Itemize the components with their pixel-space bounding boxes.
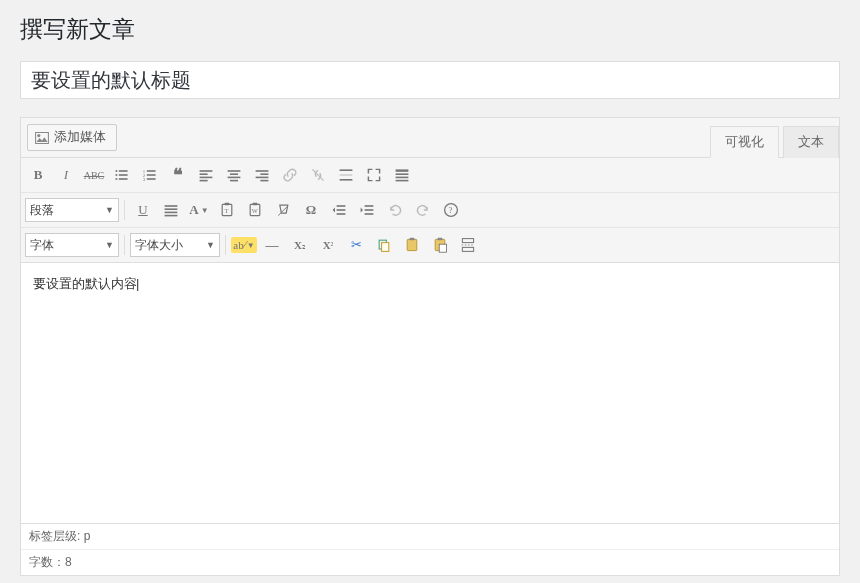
svg-rect-34	[165, 208, 178, 210]
align-justify-button[interactable]	[158, 197, 184, 223]
svg-rect-6	[119, 178, 128, 180]
svg-rect-10	[147, 170, 156, 172]
svg-rect-30	[396, 173, 409, 175]
status-path-label: 标签层级:	[29, 529, 80, 543]
page-title: 撰写新文章	[20, 10, 840, 49]
svg-text:W: W	[252, 207, 259, 214]
svg-rect-22	[260, 173, 268, 175]
svg-rect-24	[260, 180, 268, 182]
svg-point-3	[115, 178, 117, 180]
tab-visual[interactable]: 可视化	[710, 126, 779, 158]
svg-rect-33	[165, 205, 178, 207]
svg-rect-21	[256, 170, 269, 172]
svg-rect-4	[119, 170, 128, 172]
superscript-button[interactable]: X²	[315, 232, 341, 258]
subscript-button[interactable]: X₂	[287, 232, 313, 258]
svg-rect-26	[340, 169, 353, 171]
svg-rect-60	[462, 247, 473, 251]
svg-rect-31	[396, 177, 409, 179]
align-right-button[interactable]	[249, 162, 275, 188]
font-size-select[interactable]: 字体大小▼	[130, 233, 220, 257]
tab-text[interactable]: 文本	[783, 126, 839, 158]
font-family-select[interactable]: 字体▼	[25, 233, 119, 257]
editor-status-bar: 标签层级: p 字数：8	[21, 523, 839, 575]
indent-button[interactable]	[354, 197, 380, 223]
post-title-input[interactable]	[20, 61, 840, 99]
status-words-label: 字数：	[29, 555, 65, 569]
add-media-button[interactable]: 添加媒体	[27, 124, 117, 151]
svg-rect-18	[230, 173, 238, 175]
svg-rect-38	[225, 203, 230, 205]
page-break-button[interactable]	[455, 232, 481, 258]
post-title-wrapper	[20, 61, 840, 99]
bold-button[interactable]: B	[25, 162, 51, 188]
svg-rect-17	[228, 170, 241, 172]
separator	[124, 200, 125, 220]
svg-point-0	[37, 134, 40, 137]
redo-button[interactable]	[410, 197, 436, 223]
paste-button[interactable]	[399, 232, 425, 258]
unlink-button[interactable]	[305, 162, 331, 188]
editor-content[interactable]: 要设置的默认内容	[21, 263, 839, 523]
cut-button[interactable]: ✂	[343, 232, 369, 258]
svg-rect-59	[462, 239, 473, 243]
paste-plaintext-button[interactable]	[427, 232, 453, 258]
svg-rect-48	[365, 209, 374, 211]
fullscreen-button[interactable]	[361, 162, 387, 188]
separator	[124, 235, 125, 255]
separator	[225, 235, 226, 255]
copy-button[interactable]	[371, 232, 397, 258]
svg-rect-27	[340, 174, 353, 176]
svg-text:T: T	[225, 207, 229, 214]
paste-text-button[interactable]: T	[214, 197, 240, 223]
toolbar-row-2: 段落▼ U A▼ T W Ω ?	[21, 193, 839, 228]
paragraph-select[interactable]: 段落▼	[25, 198, 119, 222]
svg-rect-58	[439, 244, 446, 252]
svg-rect-28	[340, 179, 353, 181]
status-words-row: 字数：8	[21, 550, 839, 575]
svg-point-1	[115, 170, 117, 172]
svg-rect-5	[119, 174, 128, 176]
highlight-color-button[interactable]: ab⁄▼	[231, 232, 257, 258]
toolbar-toggle-button[interactable]	[389, 162, 415, 188]
undo-button[interactable]	[382, 197, 408, 223]
toolbar-row-1: B I ABC 123 ❝	[21, 158, 839, 193]
insert-more-button[interactable]	[333, 162, 359, 188]
editor-toolbar: B I ABC 123 ❝ 段落▼ U A▼	[21, 158, 839, 263]
status-words-value: 8	[65, 555, 72, 569]
ordered-list-button[interactable]: 123	[137, 162, 163, 188]
clear-formatting-button[interactable]	[270, 197, 296, 223]
text-color-button[interactable]: A▼	[186, 197, 212, 223]
svg-rect-46	[337, 213, 346, 215]
editor-tabs: 可视化 文本	[706, 125, 839, 157]
outdent-button[interactable]	[326, 197, 352, 223]
blockquote-button[interactable]: ❝	[165, 162, 191, 188]
svg-rect-36	[165, 215, 178, 217]
editor-container: 添加媒体 可视化 文本 B I ABC 123 ❝	[20, 117, 840, 576]
underline-button[interactable]: U	[130, 197, 156, 223]
svg-rect-57	[438, 238, 443, 240]
svg-rect-20	[230, 180, 238, 182]
horizontal-rule-button[interactable]: —	[259, 232, 285, 258]
svg-rect-13	[200, 170, 213, 172]
svg-rect-14	[200, 173, 208, 175]
strikethrough-button[interactable]: ABC	[81, 162, 107, 188]
special-char-button[interactable]: Ω	[298, 197, 324, 223]
toolbar-row-3: 字体▼ 字体大小▼ ab⁄▼ — X₂ X² ✂	[21, 228, 839, 262]
svg-rect-23	[256, 177, 269, 179]
svg-rect-32	[396, 180, 409, 182]
svg-rect-47	[365, 205, 374, 207]
svg-rect-49	[365, 213, 374, 215]
help-button[interactable]: ?	[438, 197, 464, 223]
svg-rect-12	[147, 178, 156, 180]
paste-word-button[interactable]: W	[242, 197, 268, 223]
unordered-list-button[interactable]	[109, 162, 135, 188]
align-center-button[interactable]	[221, 162, 247, 188]
italic-button[interactable]: I	[53, 162, 79, 188]
svg-text:?: ?	[449, 205, 453, 215]
align-left-button[interactable]	[193, 162, 219, 188]
link-button[interactable]	[277, 162, 303, 188]
svg-rect-53	[382, 243, 389, 252]
svg-point-2	[115, 174, 117, 176]
svg-rect-55	[410, 238, 415, 240]
